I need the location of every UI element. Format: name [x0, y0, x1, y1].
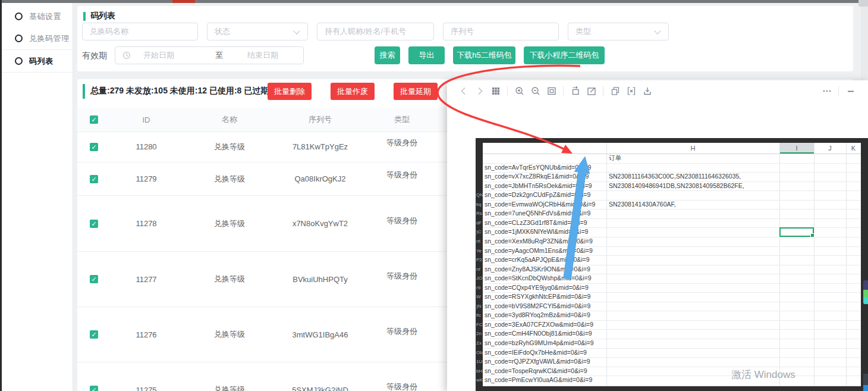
clipped-text-fragment: rfl: [476, 237, 483, 246]
sn-code-cell: sn_code=IEiFdoQx7bHe&mid=0&i=9: [485, 348, 605, 357]
sheet-column-header-H[interactable]: H: [606, 143, 779, 154]
action-button-2[interactable]: 下载h5二维码包: [453, 46, 515, 64]
sn-code-cell: sn_code=crKq5aAPJQpE&mid=0&i=9: [485, 255, 605, 264]
filter-select[interactable]: 类型: [568, 23, 669, 40]
row-checkbox-cell: ✓: [77, 143, 111, 151]
grid-icon[interactable]: [488, 86, 504, 96]
clipped-text-fragment: Zx: [476, 339, 483, 348]
clipped-text-fragment: wK: [476, 376, 483, 384]
bulk-button-2[interactable]: 批量延期: [394, 83, 438, 100]
sidebar-item-2[interactable]: 码列表: [2, 49, 73, 73]
row-id: 11279: [111, 174, 182, 183]
sn-code-cell: sn_code=CmH4FN0Obj81&mid=0&i=9: [485, 329, 605, 338]
row-serial: 7L81KwTpYgEz: [277, 142, 363, 151]
sheet-column-header-K[interactable]: K: [846, 143, 861, 154]
row-checkbox-cell: ✓: [77, 330, 111, 339]
clipped-text-fragment: )C: [476, 227, 483, 236]
edit-icon[interactable]: [583, 86, 599, 96]
fit-icon[interactable]: [543, 86, 559, 96]
forward-icon[interactable]: [471, 86, 488, 96]
placeholder-text: 兑换码名称: [90, 23, 128, 40]
minimize-icon[interactable]: [842, 86, 858, 96]
order-sn-cell: SN2308141430A760AF,: [609, 200, 779, 209]
radio-circle-icon: [15, 35, 23, 42]
zoom-in-icon[interactable]: [511, 86, 527, 96]
select-all-checkbox[interactable]: ✓: [90, 115, 98, 124]
image-preview-window: QNkqRsdF)CrflYeP2nfJOr9W)NltcFC2nZxOb1Ub…: [447, 80, 868, 391]
sidebar: 基础设置兑换码管理码列表: [2, 3, 73, 391]
sidebar-item-0[interactable]: 基础设置: [2, 5, 73, 27]
action-button-3[interactable]: 下载小程序二维码包: [524, 46, 605, 64]
right-edge-widget[interactable]: [863, 280, 868, 304]
clock-icon: [122, 51, 131, 62]
sidebar-item-label: 基础设置: [29, 11, 61, 22]
sn-code-cell: sn_code=Dzk2gnCUdFpZ&mid=0&i=9: [485, 190, 605, 199]
sn-code-cell: sn_code=PmEcwYI0uaAG&mid=0&i=9: [485, 376, 605, 384]
date-range-picker[interactable]: 开始日期 至 结束日期: [115, 46, 304, 64]
page-scrollbar[interactable]: [861, 3, 868, 80]
copy-icon[interactable]: [607, 86, 623, 96]
filter-select[interactable]: 状态: [207, 23, 308, 40]
sn-code-cell: sn_code=CLzZ3Gd1rf8T&mid=0&i=9: [485, 218, 605, 227]
window-left-edge: [0, 0, 2, 391]
placeholder-text: 序列号: [451, 23, 474, 40]
placeholder-text: 持有人昵称/姓名/手机号: [325, 23, 406, 40]
clipped-text-fragment: r9: [476, 283, 483, 292]
toolbar-divider: [603, 86, 603, 96]
row-serial: x7N8oKvgYwT2: [277, 219, 363, 228]
activate-windows-watermark: 激活 Windows: [731, 368, 795, 381]
filter-input[interactable]: 持有人昵称/姓名/手机号: [317, 23, 434, 40]
start-date-input[interactable]: 开始日期: [143, 47, 174, 64]
row-checkbox[interactable]: ✓: [90, 330, 98, 339]
bulk-button-0[interactable]: 批量删除: [268, 83, 312, 100]
clipped-text-fragment: JO: [476, 274, 483, 283]
sn-code-cell: sn_code=7uneQ5NhFdVs&mid=0&i=9: [485, 209, 605, 218]
download-icon[interactable]: [639, 86, 655, 96]
sn-code-cell: sn_code=rQJPZXfgVAWL&mid=0&i=9: [485, 357, 605, 366]
sheet-column-header-J[interactable]: J: [814, 143, 846, 154]
row-checkbox[interactable]: ✓: [90, 220, 98, 228]
row-checkbox[interactable]: ✓: [90, 175, 98, 183]
bulk-button-1[interactable]: 批量作废: [331, 83, 375, 100]
rotate-icon[interactable]: [567, 86, 583, 96]
sn-code-cell: sn_code=vX7xcZ8RkqE1&mid=0&i=9: [485, 172, 605, 181]
column-header: 序列号: [277, 114, 363, 125]
action-button-1[interactable]: 导出: [408, 46, 445, 64]
sn-code-cell: sn_code=yAagcOMm1Ens&mid=0&i=9: [485, 246, 605, 255]
sheet-column-header-I[interactable]: I: [779, 143, 814, 154]
sn-code-cell: sn_code=bV9S8M2FCYl5&mid=0&i=9: [485, 302, 605, 311]
row-checkbox[interactable]: ✓: [90, 386, 98, 391]
row-type: 等级身份: [363, 170, 441, 180]
filter-input[interactable]: 序列号: [443, 23, 559, 40]
row-checkbox[interactable]: ✓: [90, 143, 98, 151]
action-button-0[interactable]: 搜索: [375, 46, 400, 64]
right-edge-bottom-widget[interactable]: [863, 374, 868, 391]
sidebar-item-label: 码列表: [29, 56, 54, 67]
placeholder-text: 类型: [575, 23, 591, 40]
zoom-out-icon[interactable]: [527, 86, 543, 96]
select-all-cell: ✓: [77, 115, 111, 124]
row-checkbox[interactable]: ✓: [90, 275, 98, 283]
sidebar-item-1[interactable]: 兑换码管理: [2, 27, 73, 49]
more-icon[interactable]: [819, 86, 835, 96]
order-sn-cell: SN23081409486941DB,SN23081409582B62FE,: [609, 182, 779, 190]
filter-input[interactable]: 兑换码名称: [82, 23, 198, 40]
sn-code-cell: sn_code=Zny8AJSKr9ON&mid=0&i=9: [485, 265, 605, 274]
sn-code-cell: sn_code=3ExA07CFZXOw&mid=0&i=9: [485, 320, 605, 329]
row-name: 兑换等级: [182, 142, 277, 152]
preview-canvas: QNkqRsdF)CrflYeP2nfJOr9W)NltcFC2nZxOb1Ub…: [476, 138, 868, 391]
row-checkbox-cell: ✓: [77, 175, 111, 183]
extract-text-icon[interactable]: [623, 86, 639, 96]
column-header: 名称: [182, 114, 277, 125]
clipped-text-fragment: Ye: [476, 246, 483, 255]
back-icon[interactable]: [455, 86, 471, 96]
end-date-input[interactable]: 结束日期: [247, 47, 278, 64]
row-id: 11275: [111, 386, 182, 391]
sn-code-cell: sn_code=XexM8uRqP3ZN&mid=0&i=9: [485, 237, 605, 246]
row-type: 等级身份: [363, 215, 441, 226]
column-header: 类型: [363, 114, 441, 125]
radio-circle-icon: [15, 57, 23, 65]
clipped-text-fragment: 1U: [476, 357, 483, 366]
row-checkbox-cell: ✓: [77, 386, 111, 391]
top-edge-red-artifact: [172, 0, 195, 3]
